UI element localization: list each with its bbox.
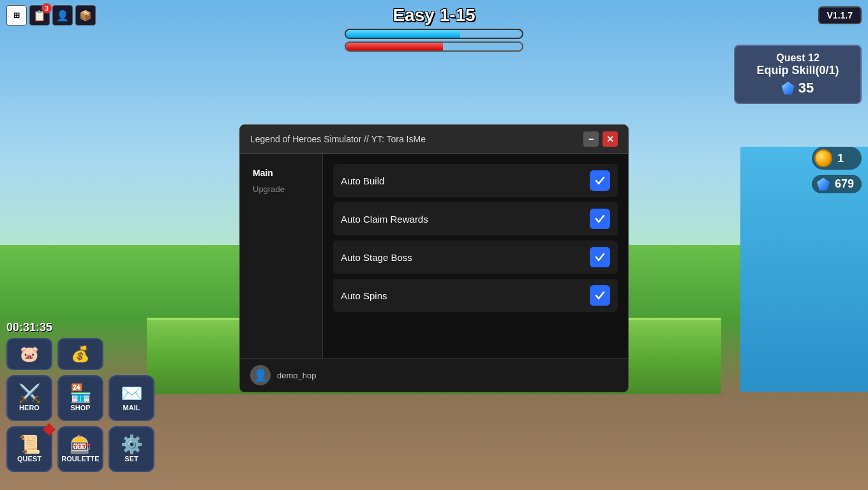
mail-button[interactable]: ✉️ MAIL xyxy=(108,375,154,421)
auto-stage-boss-row: Auto Stage Boss xyxy=(333,241,618,274)
roblox-toolbar: ⊞ 📋 3 👤 📦 xyxy=(6,5,96,26)
hero-label: HERO xyxy=(19,404,40,412)
modal-title: Legend of Heroes Simulator // YT: Tora I… xyxy=(250,134,426,144)
quest-gem-count: 35 xyxy=(798,80,814,96)
sidebar-main-label: Main xyxy=(253,168,273,178)
gems-row: 679 xyxy=(812,175,862,193)
roblox-logo-button[interactable]: ⊞ xyxy=(6,5,27,26)
hud-row-2: 📜 QUEST 🎰 ROULETTE ⚙️ SET xyxy=(6,426,154,472)
user-avatar: 👤 xyxy=(250,365,271,385)
modal-footer: 👤 demo_hop xyxy=(240,358,628,392)
sidebar-upgrade-label: Upgrade xyxy=(253,184,285,194)
coin-icon xyxy=(814,149,832,167)
auto-stage-boss-checkbox[interactable] xyxy=(590,247,610,267)
catalog-icon: 📦 xyxy=(79,10,92,22)
settings-label: SET xyxy=(124,455,138,463)
piggy-purple-icon: 💰 xyxy=(57,338,103,370)
roblox-catalog-button[interactable]: 📦 xyxy=(75,5,96,26)
notification-badge: 3 xyxy=(41,3,52,13)
auto-build-label: Auto Build xyxy=(341,175,384,186)
roulette-button[interactable]: 🎰 ROULETTE xyxy=(57,426,103,472)
username-text: demo_hop xyxy=(277,371,316,380)
hud-row-1: ⚔️ HERO 🏪 SHOP ✉️ MAIL xyxy=(6,375,154,421)
avatar-icon: 👤 xyxy=(253,368,267,382)
modal-minimize-button[interactable]: − xyxy=(583,131,599,147)
quest-badge xyxy=(43,423,56,436)
settings-icon: ⚙️ xyxy=(121,436,143,454)
settings-modal[interactable]: Legend of Heroes Simulator // YT: Tora I… xyxy=(239,124,629,392)
gem-currency-icon xyxy=(817,178,830,191)
coin-amount: 1 xyxy=(837,152,844,165)
auto-claim-checkbox[interactable] xyxy=(590,209,610,229)
quest-label: QUEST xyxy=(17,455,41,463)
auto-stage-boss-label: Auto Stage Boss xyxy=(341,252,412,263)
quest-panel: Quest 12 Equip Skill(0/1) 35 xyxy=(734,45,862,104)
modal-controls: − ✕ xyxy=(583,131,618,147)
modal-body: Main Upgrade Auto Build xyxy=(240,154,628,358)
modal-close-button[interactable]: ✕ xyxy=(602,131,618,147)
mail-label: MAIL xyxy=(123,404,140,412)
sidebar-item-upgrade[interactable]: Upgrade xyxy=(248,182,315,197)
settings-button[interactable]: ⚙️ SET xyxy=(108,426,154,472)
auto-claim-label: Auto Claim Rewards xyxy=(341,214,428,225)
modal-sidebar: Main Upgrade xyxy=(240,154,323,358)
quest-gem-icon xyxy=(782,82,795,94)
auto-claim-row: Auto Claim Rewards xyxy=(333,202,618,235)
modal-header: Legend of Heroes Simulator // YT: Tora I… xyxy=(240,125,628,154)
quest-number: Quest 12 xyxy=(745,52,850,64)
sidebar-item-main[interactable]: Main xyxy=(248,164,315,182)
auto-build-checkbox[interactable] xyxy=(590,170,610,191)
quest-task: Equip Skill(0/1) xyxy=(745,64,850,77)
roulette-label: ROULETTE xyxy=(61,455,99,463)
left-hud: 00:31:35 🐷 💰 ⚔️ HERO 🏪 SHOP ✉️ MAIL 📜 QU… xyxy=(6,321,154,477)
auto-spins-row: Auto Spins xyxy=(333,279,618,312)
timer-display: 00:31:35 xyxy=(6,321,154,334)
shop-label: SHOP xyxy=(70,404,90,412)
hero-button[interactable]: ⚔️ HERO xyxy=(6,375,52,421)
piggy-pink-icon: 🐷 xyxy=(6,338,52,370)
modal-content: Auto Build Auto Claim Rewards xyxy=(323,154,628,358)
quest-icon: 📜 xyxy=(19,436,41,454)
auto-spins-checkbox[interactable] xyxy=(590,285,610,306)
roblox-logo-icon: ⊞ xyxy=(13,11,20,20)
gem-amount: 679 xyxy=(835,177,854,191)
mail-icon: ✉️ xyxy=(121,385,143,403)
shop-button[interactable]: 🏪 SHOP xyxy=(57,375,103,421)
auto-build-row: Auto Build xyxy=(333,164,618,197)
currency-panel: 1 679 xyxy=(812,147,862,193)
coins-row: 1 xyxy=(812,147,862,170)
quest-reward: 35 xyxy=(745,80,850,96)
profile-icon: 👤 xyxy=(56,10,69,22)
auto-spins-label: Auto Spins xyxy=(341,290,387,301)
hero-icon: ⚔️ xyxy=(19,385,41,403)
quest-button[interactable]: 📜 QUEST xyxy=(6,426,52,472)
roulette-icon: 🎰 xyxy=(70,436,92,454)
shop-icon: 🏪 xyxy=(70,385,92,403)
roblox-notifications-button[interactable]: 📋 3 xyxy=(29,5,50,26)
roblox-profile-button[interactable]: 👤 xyxy=(52,5,73,26)
